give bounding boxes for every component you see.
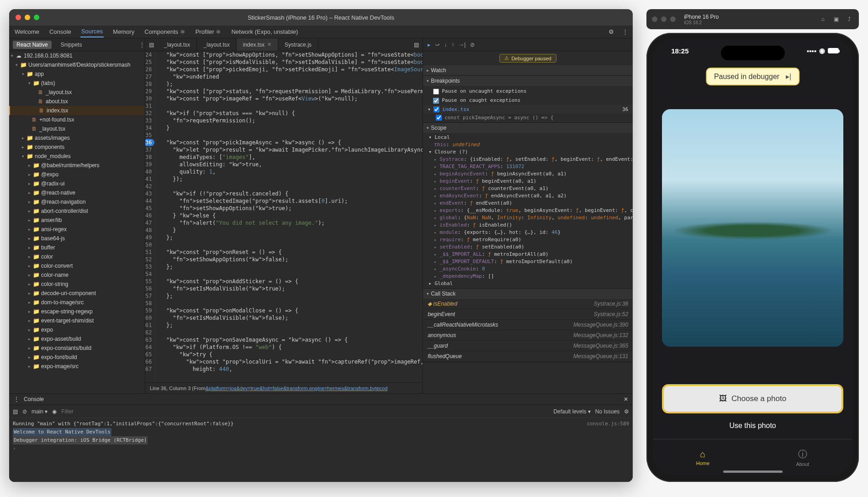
tree-folder[interactable]: ▸📁components [9,143,145,152]
share-icon[interactable]: ⤴ [845,16,853,22]
clear-console-icon[interactable]: ⊘ [22,408,27,415]
callstack-header[interactable]: ▾Call Stack [423,289,633,299]
subtab-react-native[interactable]: React Native [13,41,52,49]
scope-item[interactable]: ▸ require: ƒ metroRequire(a0) [423,236,633,243]
file-tab-2[interactable]: index.tsx✕ [237,38,278,51]
more-subtabs-icon[interactable]: ⋮ [139,42,145,48]
scope-item[interactable]: ▸ Systrace: {isEnabled: ƒ, setEnabled: ƒ… [423,156,633,163]
tree-folder[interactable]: ▸📁escape-string-regexp [9,307,145,316]
code-area[interactable]: 2425262728293031323334353637383940414243… [145,51,423,382]
callstack-frame[interactable]: __guardMessageQueue.js:365 [423,341,633,351]
fullscreen-window-icon[interactable] [34,15,39,20]
tree-app[interactable]: ▾📁app [9,69,145,79]
tree-folder[interactable]: ▸📁color-convert [9,261,145,270]
scope-local[interactable]: ▾ Local [423,134,633,141]
pause-caught-row[interactable]: Pause on caught exceptions [423,96,633,105]
console-settings-icon[interactable]: ⚙ [624,408,629,415]
tree-file-active[interactable]: 🗎index.tsx [9,106,145,115]
file-tab-1[interactable]: _layout.tsx [197,38,236,51]
tab-sources[interactable]: Sources [80,26,104,37]
tree-host[interactable]: ▾☁192.168.0.105:8081 [9,51,145,60]
home-indicator[interactable] [723,471,783,473]
tree-folder[interactable]: ▸📁color [9,252,145,261]
home-icon[interactable]: ⌂ [819,16,827,22]
scope-closure[interactable]: ▾ Closure (?) [423,148,633,156]
tree-folder[interactable]: ▸📁dom-to-image/src [9,298,145,307]
close-icon[interactable]: ✕ [267,42,271,48]
tab-memory[interactable]: Memory [112,26,135,37]
deactivate-bp-icon[interactable]: ⊘ [470,42,475,48]
breakpoints-header[interactable]: ▾Breakpoints [423,76,633,86]
tree-folder[interactable]: ▸📁expo [9,325,145,334]
scope-item[interactable]: ▸ counterEvent: ƒ counterEvent(a0, a1) [423,185,633,192]
scope-item[interactable]: ▸ isEnabled: ƒ isEnabled() [423,222,633,229]
file-tab-0[interactable]: _layout.tsx [158,38,197,51]
scope-item[interactable]: ▸ _$$_IMPORT_DEFAULT: ƒ metroImportDefau… [423,258,633,265]
callstack-frame[interactable]: beginEventSystrace.js:52 [423,309,633,320]
tree-folder[interactable]: ▸📁expo-font/build [9,353,145,362]
context-selector[interactable]: main ▾ [32,408,48,415]
tree-folder[interactable]: ▸📁@react-navigation [9,197,145,206]
console-close-icon[interactable]: ✕ [624,396,628,402]
tree-folder[interactable]: ▸📁expo-asset/build [9,334,145,344]
tree-folder[interactable]: ▸📁color-name [9,270,145,280]
scope-item[interactable]: ▸ exports: {__esModule: true, beginAsync… [423,207,633,214]
pause-caught-checkbox[interactable] [433,98,439,104]
tree-folder[interactable]: ▸📁@babel/runtime/helpers [9,161,145,170]
tree-root[interactable]: ▾📁Users/amanhimself/Desktop/stickersmash [9,60,145,69]
scope-item[interactable]: ▸ setEnabled: ƒ setEnabled(a0) [423,243,633,251]
step-out-icon[interactable]: ↑ [451,42,454,48]
minimize-icon[interactable] [661,16,667,22]
sim-traffic-lights[interactable] [652,16,676,22]
breakpoint-line[interactable]: const pickImageAsync = async () => { [423,114,633,122]
file-more-icon[interactable]: ▤ [410,42,423,48]
tree-folder[interactable]: ▸📁@radix-ui [9,179,145,188]
fullscreen-icon[interactable] [670,16,676,22]
code-lines[interactable]: "kw">const ["prop">showAppOptions, "fn">… [156,51,423,382]
callstack-frame[interactable]: ◆ isEnabledSystrace.js:36 [423,299,633,309]
step-into-icon[interactable]: ↓ [444,42,447,48]
tree-file[interactable]: 🗎_layout.tsx [9,88,145,97]
scope-global[interactable]: ▸ Global [423,280,633,287]
issues-badge[interactable]: No Issues [595,408,619,415]
scope-item[interactable]: ▸ beginEvent: ƒ beginEvent(a0, a1) [423,178,633,185]
tree-folder[interactable]: ▸📁@react-native [9,188,145,197]
scope-item[interactable]: ▸ beginAsyncEvent: ƒ beginAsyncEvent(a0,… [423,170,633,178]
tree-file[interactable]: 🗎_layout.tsx [9,124,145,133]
pause-uncaught-row[interactable]: Pause on uncaught exceptions [423,87,633,96]
resume-icon[interactable]: ▸ [428,42,430,48]
tab-network[interactable]: Network (Expo, unstable) [230,26,299,37]
file-tree[interactable]: ▾☁192.168.0.105:8081 ▾📁Users/amanhimself… [9,51,145,393]
callstack-frame[interactable]: anonymousMessageQueue.js:132 [423,330,633,341]
scope-item[interactable]: ▸ global: {NaN: NaN, Infinity: Infinity,… [423,214,633,222]
tree-folder[interactable]: ▸📁decode-uri-component [9,289,145,298]
tree-tabs[interactable]: ▾📁(tabs) [9,79,145,88]
tree-node-modules[interactable]: ▾📁node_modules [9,152,145,161]
minimize-window-icon[interactable] [25,15,30,20]
console-body[interactable]: Running "main" with {"rootTag":1,"initia… [9,418,633,482]
tree-folder[interactable]: ▸📁expo-image/src [9,362,145,371]
settings-icon[interactable]: ⚙ [609,28,614,35]
tree-folder[interactable]: ▸📁color-string [9,280,145,289]
tree-folder[interactable]: ▸📁expo-constants/build [9,344,145,353]
tree-folder[interactable]: ▸📁@expo [9,170,145,179]
choose-photo-button[interactable]: 🖼 Choose a photo [662,384,843,413]
tree-file[interactable]: 🗎about.tsx [9,97,145,106]
watch-header[interactable]: ▸Watch [423,65,633,75]
line-gutter[interactable]: 2425262728293031323334353637383940414243… [145,51,156,382]
live-expr-icon[interactable]: ◉ [52,408,57,415]
tree-folder[interactable]: ▸📁abort-controller/dist [9,206,145,216]
close-icon[interactable] [652,16,657,22]
tree-folder[interactable]: ▸📁assets/images [9,133,145,143]
callstack-frame[interactable]: flushedQueueMessageQueue.js:131 [423,351,633,362]
tab-welcome[interactable]: Welcome [14,26,40,37]
file-tab-3[interactable]: Systrace.js [278,38,318,51]
console-prompt[interactable]: › [13,444,16,453]
scope-item[interactable]: ▸ TRACE_TAG_REACT_APPS: 131072 [423,163,633,170]
scope-item[interactable]: ▸ module: {exports: {…}, hot: {…}, id: 4… [423,229,633,236]
step-icon[interactable]: →| [459,42,466,48]
tab-profiler[interactable]: Profiler ⚛ [195,26,222,37]
tree-folder[interactable]: ▸📁buffer [9,243,145,252]
tree-folder[interactable]: ▸📁event-target-shim/dist [9,316,145,325]
tab-console[interactable]: Console [48,26,72,37]
